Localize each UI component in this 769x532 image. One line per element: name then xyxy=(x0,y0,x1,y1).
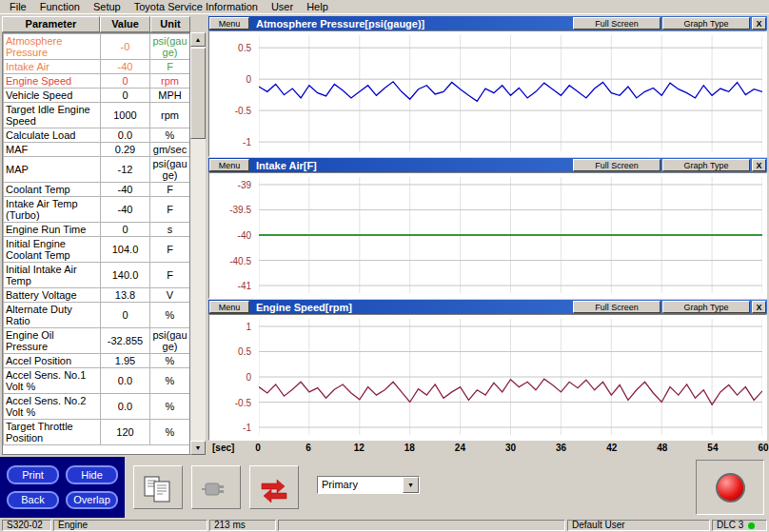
parameter-table-header: Parameter Value Unit xyxy=(2,16,206,32)
cell-value: 0 xyxy=(101,74,150,89)
cell-param: Intake Air Temp (Turbo) xyxy=(4,197,101,223)
table-row[interactable]: Intake Air Temp (Turbo)-40F xyxy=(4,197,190,223)
menu-button[interactable]: Menu xyxy=(209,17,249,30)
x-tick-label: 60 xyxy=(758,443,768,453)
table-row[interactable]: Accel Position1.95% xyxy=(4,354,190,368)
menu-function[interactable]: Function xyxy=(33,0,87,13)
full-screen-button[interactable]: Full Screen xyxy=(573,17,661,30)
status-user: Default User xyxy=(567,520,710,531)
param-table-body: Atmosphere Pressure-0psi(gauge)Intake Ai… xyxy=(4,34,190,445)
cell-value: 1.95 xyxy=(101,354,150,368)
graph-group-dropdown[interactable]: Primary ▼ xyxy=(317,476,420,494)
graph-plot-area: -39-39.5-40-40.5-41 xyxy=(208,172,767,299)
table-row[interactable]: Alternate Duty Ratio0% xyxy=(4,303,190,328)
graph-type-button[interactable]: Graph Type xyxy=(662,159,750,171)
cell-value: 0.0 xyxy=(101,394,150,420)
table-row[interactable]: Initial Engine Coolant Temp104.0F xyxy=(4,237,190,263)
table-row[interactable]: Initial Intake Air Temp140.0F xyxy=(4,263,190,288)
scroll-thumb[interactable] xyxy=(190,48,206,139)
graph-panel-atmosphere-pressure: Menu Atmosphere Pressure[psi(gauge)] Ful… xyxy=(208,16,767,157)
y-tick-label: 0 xyxy=(246,372,251,383)
cell-value: -12 xyxy=(101,157,150,183)
cell-unit: % xyxy=(150,303,190,328)
cell-value: 140.0 xyxy=(101,263,150,288)
y-tick-label: -0.5 xyxy=(235,106,251,116)
table-row[interactable]: Engine Speed0rpm xyxy=(4,74,190,89)
full-screen-button[interactable]: Full Screen xyxy=(573,159,661,171)
table-scrollbar[interactable]: ▲ ▼ xyxy=(190,32,206,455)
menu-user[interactable]: User xyxy=(265,0,300,13)
record-button[interactable] xyxy=(716,473,745,502)
cell-value: 0 xyxy=(101,89,150,103)
cell-unit: rpm xyxy=(150,74,190,89)
scroll-down-icon[interactable]: ▼ xyxy=(190,441,206,455)
x-tick-label: 24 xyxy=(455,443,465,453)
table-row[interactable]: Atmosphere Pressure-0psi(gauge) xyxy=(4,34,190,60)
table-row[interactable]: Engine Run Time0s xyxy=(4,223,190,237)
data-list-icon[interactable] xyxy=(133,465,183,509)
connector-icon[interactable] xyxy=(191,465,241,509)
full-screen-button[interactable]: Full Screen xyxy=(573,301,661,313)
table-row[interactable]: Intake Air-40F xyxy=(4,60,190,74)
table-row[interactable]: Target Throttle Position120% xyxy=(4,420,190,445)
x-tick-label: 6 xyxy=(306,443,311,453)
y-tick-label: 0.5 xyxy=(238,43,251,53)
menu-help[interactable]: Help xyxy=(300,0,335,13)
cell-param: Engine Speed xyxy=(4,74,101,89)
cell-unit: psi(gauge) xyxy=(150,328,190,354)
close-icon[interactable]: X xyxy=(752,301,766,313)
cell-param: Accel Sens. No.2 Volt % xyxy=(4,394,101,420)
cell-unit: F xyxy=(150,60,190,74)
x-tick-label: 18 xyxy=(404,443,415,453)
menu-file[interactable]: File xyxy=(3,0,33,13)
graph-type-button[interactable]: Graph Type xyxy=(662,17,750,30)
table-row[interactable]: Coolant Temp-40F xyxy=(4,183,190,197)
table-row[interactable]: Battery Voltage13.8V xyxy=(4,288,190,303)
swap-arrows-icon[interactable] xyxy=(249,465,299,509)
menu-setup[interactable]: Setup xyxy=(87,0,128,13)
graph-plot-area: 0.50-0.5-1 xyxy=(208,30,767,157)
menu-toyota-service-information[interactable]: Toyota Service Information xyxy=(128,0,265,13)
close-icon[interactable]: X xyxy=(752,159,766,171)
overlap-button[interactable]: Overlap xyxy=(66,491,118,510)
table-row[interactable]: MAF0.29gm/sec xyxy=(4,143,190,157)
table-row[interactable]: Calculate Load0.0% xyxy=(4,128,190,143)
hide-button[interactable]: Hide xyxy=(66,465,118,484)
cell-param: Intake Air xyxy=(4,60,101,74)
back-button[interactable]: Back xyxy=(7,491,59,510)
cell-param: Accel Position xyxy=(4,354,101,368)
print-button[interactable]: Print xyxy=(7,465,59,484)
cell-value: 0.29 xyxy=(101,143,150,157)
cell-unit: F xyxy=(150,183,190,197)
table-row[interactable]: Accel Sens. No.2 Volt %0.0% xyxy=(4,394,190,420)
cell-value: -32.855 xyxy=(101,328,150,354)
cell-param: Engine Run Time xyxy=(4,223,101,237)
menu-button[interactable]: Menu xyxy=(209,301,249,313)
header-value: Value xyxy=(100,16,150,32)
close-icon[interactable]: X xyxy=(752,17,766,30)
scroll-up-icon[interactable]: ▲ xyxy=(190,32,206,47)
chevron-down-icon[interactable]: ▼ xyxy=(403,477,419,493)
menu-button[interactable]: Menu xyxy=(209,159,249,171)
y-tick-label: -1 xyxy=(243,423,251,433)
bottom-bar: Print Hide Back Overlap xyxy=(0,457,769,518)
y-tick-label: -0.5 xyxy=(235,397,251,407)
table-row[interactable]: Accel Sens. No.1 Volt %0.0% xyxy=(4,368,190,394)
table-row[interactable]: Target Idle Engine Speed1000rpm xyxy=(4,103,190,128)
y-tick-label: 0.5 xyxy=(238,346,251,357)
nav-panel: Print Hide Back Overlap xyxy=(0,457,125,518)
y-tick-label: -39 xyxy=(238,179,251,189)
table-row[interactable]: Engine Oil Pressure-32.855psi(gauge) xyxy=(4,328,190,354)
cell-param: Target Throttle Position xyxy=(4,420,101,445)
status-system-code: S320-02 xyxy=(2,520,51,531)
y-tick-label: -40.5 xyxy=(229,255,251,266)
y-tick-label: 1 xyxy=(246,321,251,331)
header-unit: Unit xyxy=(150,16,190,32)
graph-title: Intake Air[F] xyxy=(256,159,571,172)
table-row[interactable]: Vehicle Speed0MPH xyxy=(4,89,190,103)
x-tick-label: 0 xyxy=(255,443,261,453)
status-spacer xyxy=(278,520,565,531)
line-chart xyxy=(259,319,762,435)
graph-type-button[interactable]: Graph Type xyxy=(662,301,750,313)
table-row[interactable]: MAP-12psi(gauge) xyxy=(4,157,190,183)
